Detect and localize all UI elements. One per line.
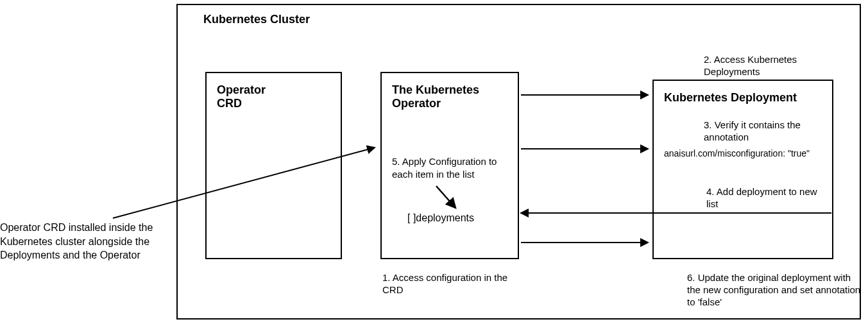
external-crd-description: Operator CRD installed inside the Kubern… <box>0 221 158 262</box>
deployment-title: Kubernetes Deployment <box>664 91 822 105</box>
deployment-annotation: anaisurl.com/misconfiguration: "true" <box>664 148 822 158</box>
step-1-label: 1. Access configuration in the CRD <box>382 272 511 296</box>
operator-crd-box: Operator CRD <box>205 72 342 259</box>
operator-crd-title: Operator CRD <box>217 83 330 110</box>
step-2-label: 2. Access Kubernetes Deployments <box>704 54 800 78</box>
step-3-label: 3. Verify it contains the annotation <box>704 119 819 144</box>
cluster-title: Kubernetes Cluster <box>203 13 310 26</box>
step-4-label: 4. Add deployment to new list <box>706 186 822 210</box>
kubernetes-deployment-box: Kubernetes Deployment anaisurl.com/misco… <box>652 80 833 259</box>
deployments-list-label: [ ]deployments <box>407 212 507 224</box>
kubernetes-operator-box: The Kubernetes Operator 5. Apply Configu… <box>380 72 519 259</box>
step-6-label: 6. Update the original deployment with t… <box>687 272 867 308</box>
operator-title: The Kubernetes Operator <box>392 83 507 110</box>
cluster-box: Kubernetes Cluster Operator CRD The Kube… <box>176 4 861 320</box>
step-5-label: 5. Apply Configuration to each item in t… <box>392 155 507 180</box>
